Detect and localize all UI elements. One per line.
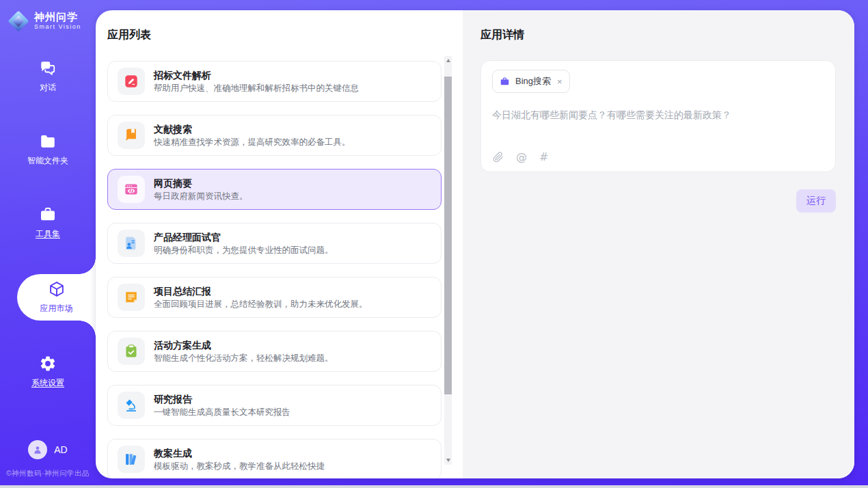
brand-logo: 神州问学 Smart Vision (0, 0, 96, 31)
books-icon (124, 452, 139, 467)
tool-tag-label: Bing搜索 (515, 75, 551, 87)
scrollbar-thumb[interactable] (444, 77, 452, 394)
gear-icon (39, 355, 57, 372)
app-list-scrollbar[interactable] (444, 56, 452, 465)
folder-icon (39, 133, 57, 150)
app-card-description: 全面回顾项目进展，总结经验教训，助力未来优化发展。 (154, 300, 368, 309)
paperclip-icon[interactable] (493, 152, 504, 163)
app-card-description: 模板驱动，教案秒成，教学准备从此轻松快捷 (154, 462, 325, 471)
user-name: AD (54, 444, 67, 455)
interviewer-icon (124, 236, 139, 251)
app-detail-title: 应用详情 (480, 28, 836, 42)
app-card-project-summary[interactable]: 项目总结汇报 全面回顾项目进展，总结经验教训，助力未来优化发展。 (107, 277, 442, 318)
microscope-icon (124, 398, 139, 413)
run-row: 运行 (480, 189, 836, 213)
sidebar: 神州问学 Smart Vision 对话 智能文件夹 工具集 应用市场 系统设置… (0, 0, 96, 485)
sidebar-item-toolbox[interactable]: 工具集 (0, 201, 96, 245)
app-card-title: 网页摘要 (154, 178, 248, 188)
sidebar-footer: ©神州数码·神州问学出品 (0, 469, 96, 478)
app-card-description: 智能生成个性化活动方案，轻松解决规划难题。 (154, 354, 334, 363)
sticky-note-icon (124, 290, 139, 305)
app-card-title: 研究报告 (154, 394, 290, 404)
webpage-code-icon (124, 182, 139, 197)
clipboard-check-icon (124, 344, 139, 359)
run-button[interactable]: 运行 (796, 189, 836, 213)
app-card-title: 活动方案生成 (154, 340, 334, 350)
brand-name: 神州问学 (34, 12, 81, 23)
app-card-title: 招标文件解析 (154, 70, 359, 80)
app-card-literature-search[interactable]: 文献搜索 快速精准查找学术资源，提高研究效率的必备工具。 (107, 115, 442, 156)
app-card-web-summary[interactable]: 网页摘要 每日政府新闻资讯快查。 (107, 169, 442, 210)
app-window: 神州问学 Smart Vision 对话 智能文件夹 工具集 应用市场 系统设置… (0, 0, 868, 485)
scrollbar-up-arrow[interactable] (444, 56, 452, 65)
app-card-event-plan[interactable]: 活动方案生成 智能生成个性化活动方案，轻松解决规划难题。 (107, 331, 442, 372)
sidebar-item-folder[interactable]: 智能文件夹 (0, 128, 96, 172)
user-avatar-icon[interactable] (28, 440, 47, 459)
app-card-pm-interviewer[interactable]: 产品经理面试官 明确身份和职责，为您提供专业性的面试问题。 (107, 223, 442, 264)
cube-icon (48, 280, 66, 298)
app-list-panel: 应用列表 招标文件解析 帮助用户快速、准确地理解和解析招标书中的关键信息 文献搜… (96, 10, 463, 478)
diamond-logo-icon (8, 11, 29, 31)
prompt-composer[interactable]: Bing搜索 × 今日湖北有哪些新闻要点？有哪些需要关注的最新政策？ @ # (480, 60, 836, 172)
edit-document-icon (124, 74, 139, 89)
app-card-title: 产品经理面试官 (154, 232, 334, 242)
app-card-title: 教案生成 (154, 448, 325, 458)
main-content: 应用列表 招标文件解析 帮助用户快速、准确地理解和解析招标书中的关键信息 文献搜… (96, 10, 854, 478)
app-card-title: 项目总结汇报 (154, 286, 368, 296)
sidebar-item-chat[interactable]: 对话 (0, 55, 96, 98)
app-detail-panel: 应用详情 Bing搜索 × 今日湖北有哪些新闻要点？有哪些需要关注的最新政策？ … (463, 10, 854, 478)
tag-close-icon[interactable]: × (557, 77, 562, 86)
app-card-description: 帮助用户快速、准确地理解和解析招标书中的关键信息 (154, 84, 359, 93)
app-card-title: 文献搜索 (154, 124, 351, 134)
app-card-description: 快速精准查找学术资源，提高研究效率的必备工具。 (154, 138, 351, 147)
app-card-bid-parse[interactable]: 招标文件解析 帮助用户快速、准确地理解和解析招标书中的关键信息 (107, 61, 442, 102)
user-row[interactable]: AD (0, 440, 96, 459)
sidebar-nav: 对话 智能文件夹 工具集 应用市场 系统设置 (0, 55, 96, 394)
mention-icon[interactable]: @ (516, 152, 527, 163)
tool-tag-bing-search[interactable]: Bing搜索 × (492, 70, 570, 93)
brand-subtitle: Smart Vision (34, 24, 81, 31)
app-card-research-report[interactable]: 研究报告 一键智能生成高质量长文本研究报告 (107, 385, 442, 426)
app-list-title: 应用列表 (107, 28, 463, 42)
composer-toolbar: @ # (493, 152, 548, 163)
app-card-lesson-plan[interactable]: 教案生成 模板驱动，教案秒成，教学准备从此轻松快捷 (107, 439, 442, 478)
app-card-description: 每日政府新闻资讯快查。 (154, 192, 248, 201)
book-icon (124, 128, 139, 143)
toolbox-icon (39, 206, 57, 223)
briefcase-icon (500, 77, 510, 87)
chat-icon (39, 59, 57, 77)
app-cards: 招标文件解析 帮助用户快速、准确地理解和解析招标书中的关键信息 文献搜索 快速精… (107, 61, 463, 478)
app-card-description: 一键智能生成高质量长文本研究报告 (154, 408, 290, 417)
sidebar-item-settings[interactable]: 系统设置 (0, 350, 96, 394)
app-card-description: 明确身份和职责，为您提供专业性的面试问题。 (154, 246, 334, 255)
hashtag-icon[interactable]: # (539, 152, 548, 163)
sidebar-item-market[interactable]: 应用市场 (17, 274, 96, 321)
prompt-text[interactable]: 今日湖北有哪些新闻要点？有哪些需要关注的最新政策？ (492, 109, 824, 122)
scrollbar-down-arrow[interactable] (444, 456, 452, 465)
